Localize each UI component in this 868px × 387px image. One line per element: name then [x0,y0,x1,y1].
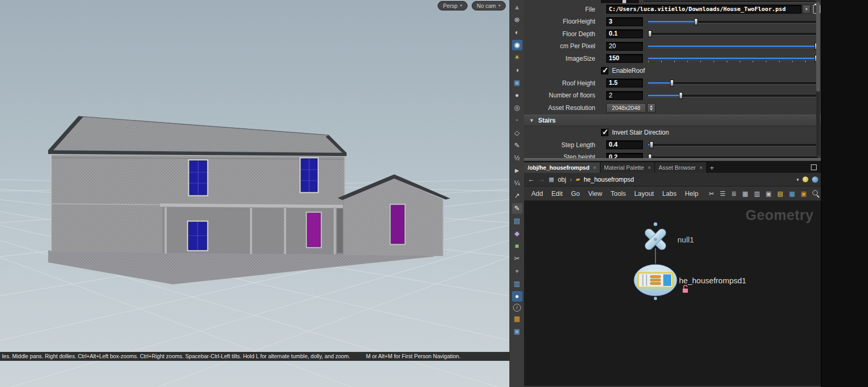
reflection-icon[interactable]: ◆ [512,228,522,239]
file-dropdown-button[interactable]: ▾ [803,5,810,14]
paint-brush-icon[interactable]: ✎ [512,203,522,214]
unlock-icon[interactable] [683,285,688,293]
view-perspective-button[interactable]: Persp ▾ [438,1,467,10]
enableroof-checkbox[interactable] [601,67,608,74]
imagesize-slider[interactable] [648,54,818,63]
slider-handle[interactable] [670,80,674,86]
scroll-up-icon[interactable]: ▲ [512,2,522,13]
slider-handle[interactable] [694,18,698,25]
cm-per-pixel-field[interactable]: 20 [606,42,643,51]
pointer-icon[interactable]: ► [512,165,522,176]
step-height-slider[interactable] [648,153,818,158]
network-canvas[interactable]: Geometry nul [524,201,821,386]
lights-off-icon[interactable]: ⊗ [512,15,522,25]
menu-tools[interactable]: Tools [606,189,630,199]
imagesize-field[interactable]: 150 [606,54,643,63]
wire-scissors-icon[interactable]: ✂ [709,191,714,197]
normal-lighting-icon[interactable]: ◉ [512,40,522,50]
input-connector-dot[interactable] [654,223,658,226]
smooth-shading-icon[interactable]: ● [512,90,522,101]
shelf-icon[interactable]: ▣ [801,191,807,197]
diagonal-arrow-icon[interactable]: ↗ [512,191,522,201]
forward-icon[interactable]: → [538,175,545,183]
palette-icon[interactable]: ▦ [789,191,795,197]
headlight-icon[interactable]: ◐ [512,27,522,38]
pencil-icon[interactable]: ✎ [512,140,522,151]
cm-per-pixel-slider[interactable] [648,42,818,51]
tab-asset-browser[interactable]: Asset Browser × [655,162,707,173]
back-icon[interactable]: ← [528,175,535,183]
close-icon[interactable]: × [593,165,596,171]
tab-network-path[interactable]: /obj/he_housefrompsd × [524,162,600,173]
snapshot-monitor-icon[interactable]: ▣ [512,326,522,337]
crosshair-icon[interactable]: + [512,266,522,277]
quarter-res-icon[interactable]: ¼ [512,178,522,189]
close-icon[interactable]: × [699,165,703,171]
floor-depth-field[interactable]: 0.1 [606,29,643,38]
invert-stair-direction-checkbox[interactable] [601,129,608,136]
notes-icon[interactable]: ▤ [777,191,783,197]
slider-handle[interactable] [650,141,653,148]
shadows-icon[interactable]: ◑ [512,65,522,75]
pane-maximize-icon[interactable] [811,164,817,170]
menu-add[interactable]: Add [527,189,547,199]
floorheight-slider[interactable] [648,17,818,26]
menu-view[interactable]: View [584,189,606,199]
help-text-navigation: les. Middle pans. Right dollies. Ctrl+Al… [2,352,350,361]
scene-viewport[interactable]: Persp ▾ No cam ▾ les. Middle pans. Right… [0,0,509,387]
node-null1[interactable]: null1 [643,227,694,251]
scrollbar-thumb[interactable] [816,2,820,92]
step-length-slider[interactable] [648,140,818,149]
image-plane-icon[interactable]: ▤ [512,216,522,226]
search-icon[interactable] [813,190,820,197]
half-res-icon[interactable]: ½ [512,153,522,163]
number-of-floors-field[interactable]: 2 [606,91,643,100]
number-of-floors-slider[interactable] [648,91,818,100]
step-height-field[interactable]: 0.2 [606,153,643,158]
stairs-section-header[interactable]: ▼ Stairs [524,115,821,126]
tab-material-palette[interactable]: Material Palette × [600,162,655,173]
export-pane-icon[interactable]: ▣ [765,191,771,197]
map-pin-icon[interactable]: ● [512,291,522,302]
parameter-scrollbar[interactable] [816,2,820,156]
wireframe-icon[interactable]: ◇ [512,128,522,138]
path-history-dropdown-icon[interactable]: ▾ [796,177,799,182]
floorheight-field[interactable]: 3 [606,17,643,26]
globe-icon[interactable] [812,176,818,183]
grid-view-icon[interactable]: ▦ [742,191,748,197]
favorites-icon[interactable] [803,176,808,182]
step-length-field[interactable]: 0.4 [606,140,643,149]
new-tab-button[interactable]: + [707,162,717,173]
slider-handle[interactable] [648,154,652,158]
hdr-monitor-icon[interactable]: ▣ [512,78,522,88]
menu-labs[interactable]: Labs [658,189,681,199]
network-path-bar: ← → ▦ obj › ▰ he_housefrompsd ▾ [524,173,821,186]
close-icon[interactable]: × [648,165,651,171]
slider-handle[interactable] [679,92,683,99]
high-quality-lighting-icon[interactable]: ☀ [512,52,522,63]
wire-shade-icon[interactable]: ◎ [512,103,522,113]
camera-selector-button[interactable]: No cam ▾ [472,1,506,10]
menu-help[interactable]: Help [681,189,703,199]
texture-icon[interactable]: ▥ [512,279,522,289]
color-grid-icon[interactable]: ▦ [512,314,522,324]
menu-layout[interactable]: Layout [630,189,659,199]
info-icon[interactable]: i [513,304,521,312]
floor-depth-slider[interactable] [648,29,818,38]
breadcrumb-current[interactable]: he_housefrompsd [584,176,634,183]
list-icon[interactable]: ☰ [720,191,726,197]
slider-handle[interactable] [648,30,652,37]
menu-go[interactable]: Go [567,189,584,199]
scissors-icon[interactable]: ✂ [512,253,522,264]
asset-resolution-dropdown[interactable]: 2048x2048 [606,103,646,113]
geometry-cube-icon[interactable]: ■ [512,241,522,251]
file-path-field[interactable]: C:/Users/luca.vitiello/Downloads/House_T… [606,5,802,14]
roof-height-slider[interactable] [648,79,818,87]
detail-view-icon[interactable]: ▥ [754,191,760,197]
roof-height-field[interactable]: 1.5 [606,79,643,87]
breadcrumb-obj[interactable]: obj [558,176,566,183]
menu-edit[interactable]: Edit [547,189,567,199]
tree-list-icon[interactable]: ≣ [731,191,737,197]
spinner-arrows-icon[interactable] [647,103,655,113]
node-he-housefrompsd1[interactable]: he_housefrompsd1 [634,264,746,300]
